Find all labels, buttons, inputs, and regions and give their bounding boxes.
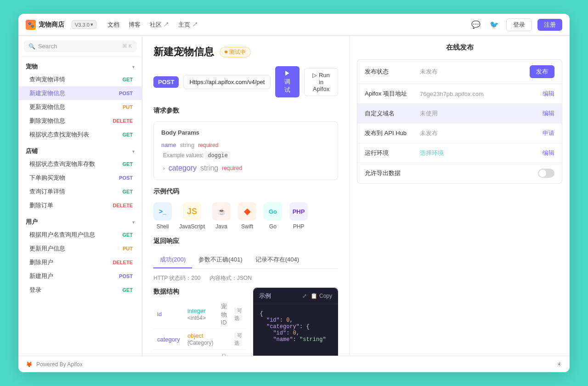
export-toggle[interactable] — [538, 169, 554, 178]
sidebar: 🔍 Search ⌘ K 宠物 ▾ 查询宠物详情 GET 新建宠物信息 POST — [18, 36, 142, 356]
sidebar-section-store: 店铺 ▾ 根据状态查询宠物库存数 GET 下单购买宠物 POST 查询订单详情 … — [18, 142, 142, 212]
method-get-badge2: GET — [120, 131, 135, 138]
nav-docs[interactable]: 文档 — [107, 21, 119, 29]
search-icon: 🔍 — [28, 43, 35, 50]
publish-label-status: 发布状态 — [365, 68, 420, 76]
param-example-row: Example values: doggie — [161, 152, 330, 159]
method-badge: GET — [120, 161, 135, 167]
edit-url-button[interactable]: 编辑 — [543, 90, 554, 98]
sidebar-item-update-pet[interactable]: 更新宠物信息 PUT — [18, 100, 142, 114]
json-preview: { "id": 0, "category": { "id": 0, "name"… — [254, 304, 338, 356]
debug-button[interactable]: ▶ 调试 — [275, 66, 300, 97]
responses-title: 返回响应 — [153, 237, 338, 245]
wechat-icon[interactable]: 💬 — [469, 18, 482, 31]
response-tab-404[interactable]: 记录不存在(404) — [249, 252, 305, 268]
login-button[interactable]: 登录 — [506, 18, 532, 31]
version-badge[interactable]: V3.3.0 ▾ — [72, 20, 96, 29]
sidebar-item-delete-order[interactable]: 删除订单 DELETE — [18, 199, 142, 212]
code-tab-swift[interactable]: ◆ Swift — [238, 202, 256, 230]
search-placeholder: Search — [38, 43, 119, 50]
sidebar-item-inventory[interactable]: 根据状态查询宠物库存数 GET — [18, 157, 142, 171]
section-header-users[interactable]: 用户 ▾ — [18, 216, 142, 228]
copy-json-button[interactable]: 📋 Copy — [311, 293, 332, 299]
sidebar-item-delete-pet[interactable]: 删除宠物信息 DELETE — [18, 114, 142, 128]
method-badge: GET — [120, 287, 135, 293]
search-box[interactable]: 🔍 Search ⌘ K — [24, 40, 136, 52]
code-tab-java[interactable]: ☕ Java — [212, 202, 231, 230]
sidebar-item-user-delete[interactable]: 删除用户 DELETE — [18, 255, 142, 269]
java-icon: ☕ — [212, 202, 231, 221]
code-tab-js[interactable]: JS JavaScript — [179, 202, 205, 230]
right-panel: 在线发布 发布状态 未发布 发布 Apifox 项目地址 76ge23h7pb.… — [349, 36, 570, 356]
response-tab-200[interactable]: 成功(200) — [153, 252, 192, 268]
sidebar-item-order-detail[interactable]: 查询订单详情 GET — [18, 185, 142, 199]
sidebar-search: 🔍 Search ⌘ K — [18, 36, 142, 57]
sidebar-item-list-pets[interactable]: 根据状态查找宠物列表 GET — [18, 128, 142, 142]
code-tab-php[interactable]: PHP PHP — [289, 202, 308, 230]
swift-icon: ◆ — [238, 202, 256, 221]
publish-label-hub: 发布到 API Hub — [365, 129, 420, 137]
nav-home[interactable]: 主页 ↗ — [178, 21, 198, 29]
fields-table: id integer <int64> 宠物ID 可选 category obje… — [153, 300, 246, 356]
apply-hub-button[interactable]: 申请 — [543, 129, 554, 137]
sidebar-section-users: 用户 ▾ 根据用户名查询用户信息 GET 更新用户信息 PUT 删除用户 DEL… — [18, 212, 142, 297]
section-title-users: 用户 — [26, 218, 38, 226]
nav-community[interactable]: 社区 ↗ — [150, 21, 170, 29]
chevron-down-icon: ▾ — [132, 64, 135, 69]
sidebar-item-user-create[interactable]: 新建用户 POST — [18, 269, 142, 283]
sidebar-item-create-pet[interactable]: 新建宠物信息 POST — [18, 86, 142, 100]
php-label: PHP — [293, 223, 305, 230]
nav-blog[interactable]: 博客 — [129, 21, 141, 29]
sidebar-item-query-pet[interactable]: 查询宠物详情 GET — [18, 73, 142, 86]
main-content: 🔍 Search ⌘ K 宠物 ▾ 查询宠物详情 GET 新建宠物信息 POST — [18, 36, 570, 356]
sidebar-item-order-pet[interactable]: 下单购买宠物 POST — [18, 171, 142, 185]
responses-section: 返回响应 成功(200) 参数不正确(401) 记录不存在(404) HTTP … — [153, 237, 338, 356]
run-apifox-button[interactable]: ▷ Run in Apifox — [304, 68, 338, 96]
theme-toggle-icon[interactable]: ☀ — [556, 361, 562, 368]
edit-env-button[interactable]: 编辑 — [543, 149, 554, 157]
js-icon: JS — [183, 202, 201, 221]
api-url-input[interactable]: Https://api.apifox.com/v4/pet — [183, 75, 271, 89]
sidebar-item-user-query[interactable]: 根据用户名查询用户信息 GET — [18, 228, 142, 242]
sidebar-item-user-update[interactable]: 更新用户信息 PUT — [18, 242, 142, 255]
publish-button[interactable]: 发布 — [530, 65, 554, 78]
method-post-badge: POST — [117, 90, 135, 96]
publish-value-url: 76ge23h7pb.apifox.com — [420, 91, 543, 97]
sidebar-item-login[interactable]: 登录 GET — [18, 283, 142, 297]
register-button[interactable]: 注册 — [537, 19, 562, 31]
publish-label-domain: 自定义域名 — [365, 109, 420, 118]
method-badge: POST — [117, 175, 135, 181]
php-icon: PHP — [289, 202, 308, 221]
publish-value-status: 未发布 — [420, 68, 530, 76]
section-header-store[interactable]: 店铺 ▾ — [18, 145, 142, 157]
response-tab-401[interactable]: 参数不正确(401) — [192, 252, 249, 268]
swift-label: Swift — [241, 223, 253, 230]
section-header-pets[interactable]: 宠物 ▾ — [18, 61, 142, 73]
param-category-field: category — [169, 164, 197, 172]
expand-icon[interactable]: › — [163, 165, 165, 171]
code-tab-shell[interactable]: >_ Shell — [153, 202, 172, 230]
status-dot — [225, 51, 227, 53]
expand-json-button[interactable]: ⤢ — [302, 293, 307, 299]
param-category-row: › category string required — [161, 164, 330, 172]
java-label: Java — [215, 223, 227, 230]
param-name-row: name string required — [161, 142, 330, 148]
content-area: 新建宠物信息 测试中 POST Https://api.apifox.com/v… — [142, 36, 349, 356]
bottom-right: ☀ — [556, 360, 562, 369]
method-put-badge: PUT — [121, 104, 135, 110]
bird-icon[interactable]: 🐦 — [488, 18, 501, 31]
param-category-required: required — [222, 165, 242, 171]
shell-label: Shell — [157, 223, 169, 230]
edit-domain-button[interactable]: 编辑 — [543, 109, 554, 118]
code-tab-go[interactable]: Go Go — [264, 202, 282, 230]
publish-value-env[interactable]: 选择环境 — [420, 149, 543, 157]
method-badge: GET — [120, 188, 135, 195]
api-url-bar: POST Https://api.apifox.com/v4/pet ▶ 调试 … — [153, 66, 338, 97]
publish-row-status: 发布状态 未发布 发布 — [357, 60, 562, 84]
method-badge: PUT — [121, 245, 135, 252]
method-badge: POST — [117, 273, 135, 279]
publish-row-env: 运行环境 选择环境 编辑 — [357, 143, 562, 163]
sidebar-section-pets: 宠物 ▾ 查询宠物详情 GET 新建宠物信息 POST 更新宠物信息 PUT 删… — [18, 57, 142, 142]
page-header: 新建宠物信息 测试中 — [153, 45, 338, 59]
method-badge: DELETE — [111, 202, 135, 209]
